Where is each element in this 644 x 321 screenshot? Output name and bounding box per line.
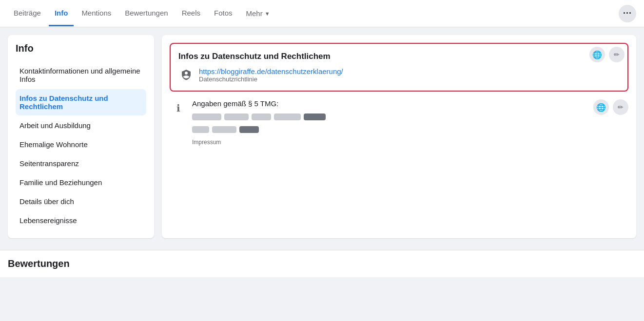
- pencil-icon-2: ✏: [618, 103, 624, 111]
- impressum-content: Angaben gemäß § 5 TMG:: [192, 99, 589, 146]
- top-nav: Beiträge Info Mentions Bewertungen Reels…: [0, 0, 644, 27]
- privacy-sublabel: Datenschutzrichtlinie: [199, 76, 620, 83]
- blurred-row-1: [192, 113, 589, 123]
- highlight-action-icons: 🌐 ✏: [589, 47, 624, 62]
- more-options-button[interactable]: ···: [619, 5, 636, 22]
- tab-reels[interactable]: Reels: [176, 1, 206, 26]
- impressum-row: ℹ Angaben gemäß § 5 TMG:: [170, 99, 589, 146]
- mehr-chevron-icon: ▼: [265, 11, 270, 17]
- impressum-main-text: Angaben gemäß § 5 TMG:: [192, 99, 589, 108]
- impressum-edit-button[interactable]: ✏: [613, 99, 628, 115]
- sidebar-item-datenschutz[interactable]: Infos zu Datenschutz und Rechtlichem: [16, 89, 146, 115]
- sidebar-item-details[interactable]: Details über dich: [16, 192, 146, 210]
- edit-icon-button[interactable]: ✏: [609, 47, 624, 62]
- impressum-section: ℹ Angaben gemäß § 5 TMG:: [170, 99, 628, 146]
- blurred-block-3: [252, 113, 271, 120]
- main-content: Info Kontaktinformationen und allgemeine…: [0, 27, 644, 246]
- tab-beitraege[interactable]: Beiträge: [8, 1, 47, 26]
- bottom-title: Bewertungen: [8, 258, 636, 269]
- globe-icon-button[interactable]: 🌐: [589, 47, 605, 62]
- datenschutz-highlight-box: Infos zu Datenschutz und Rechtlichem htt…: [170, 43, 628, 92]
- privacy-text: https://bloggiraffe.de/datenschutzerklae…: [199, 67, 620, 83]
- tab-bewertungen[interactable]: Bewertungen: [119, 1, 174, 26]
- privacy-url: https://bloggiraffe.de/datenschutzerklae…: [199, 67, 620, 76]
- highlight-box-title: Infos zu Datenschutz und Rechtlichem: [178, 52, 620, 61]
- globe-icon: 🌐: [592, 50, 602, 59]
- sidebar-title: Info: [16, 43, 146, 54]
- blurred-block-8: [239, 126, 259, 133]
- sidebar-item-familie[interactable]: Familie und Beziehungen: [16, 173, 146, 191]
- sidebar-item-wohnorte[interactable]: Ehemalige Wohnorte: [16, 135, 146, 153]
- sidebar-item-kontakt[interactable]: Kontaktinformationen und allgemeine Info…: [16, 62, 146, 88]
- impressum-action-icons: 🌐 ✏: [593, 99, 628, 115]
- sidebar: Info Kontaktinformationen und allgemeine…: [8, 35, 154, 238]
- pencil-icon: ✏: [614, 51, 620, 58]
- blurred-block-1: [192, 113, 221, 120]
- blurred-block-7: [212, 126, 236, 133]
- blurred-block-4: [274, 113, 301, 120]
- tab-mentions[interactable]: Mentions: [76, 1, 117, 26]
- blurred-row-2: [192, 126, 589, 136]
- shield-icon: [178, 67, 194, 83]
- tab-info[interactable]: Info: [49, 1, 74, 26]
- blurred-block-2: [224, 113, 249, 120]
- info-circle-icon: ℹ: [170, 99, 187, 117]
- sidebar-item-transparenz[interactable]: Seitentransparenz: [16, 154, 146, 172]
- tab-fotos[interactable]: Fotos: [208, 1, 238, 26]
- bottom-section: Bewertungen: [0, 250, 644, 277]
- privacy-item: https://bloggiraffe.de/datenschutzerklae…: [178, 67, 620, 83]
- blurred-block-6: [192, 126, 209, 133]
- blurred-block-5: [304, 113, 326, 120]
- tab-mehr[interactable]: Mehr ▼: [240, 5, 276, 21]
- sidebar-item-lebensereignisse[interactable]: Lebensereignisse: [16, 211, 146, 229]
- impressum-label: Impressum: [192, 139, 589, 146]
- nav-tabs: Beiträge Info Mentions Bewertungen Reels…: [8, 1, 619, 26]
- sidebar-item-arbeit[interactable]: Arbeit und Ausbildung: [16, 116, 146, 134]
- right-content: Infos zu Datenschutz und Rechtlichem htt…: [162, 35, 636, 238]
- impressum-globe-button[interactable]: 🌐: [593, 99, 609, 115]
- globe-icon-2: 🌐: [596, 103, 606, 112]
